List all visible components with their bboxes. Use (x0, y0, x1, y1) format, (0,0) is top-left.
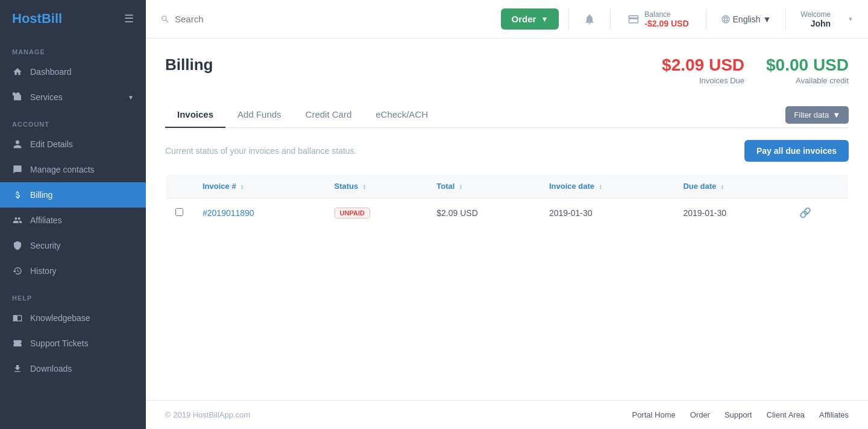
hamburger-icon[interactable]: ☰ (124, 12, 134, 25)
sidebar-item-label: History (30, 266, 57, 276)
table-header-status[interactable]: Status ↕ (325, 174, 427, 199)
row-checkbox[interactable] (175, 208, 183, 216)
table-header-total[interactable]: Total ↕ (427, 174, 539, 199)
notifications-button[interactable] (579, 11, 600, 28)
sidebar-item-billing[interactable]: Billing (0, 182, 146, 208)
balance-label: Balance (644, 10, 688, 19)
sidebar-item-label: Manage contacts (30, 165, 95, 174)
tab-credit-card[interactable]: Credit Card (294, 102, 364, 128)
topbar-divider-2 (610, 8, 611, 30)
available-credit-label: Available credit (766, 76, 849, 85)
tab-add-funds-label: Add Funds (237, 109, 281, 119)
group-icon (12, 215, 23, 226)
row-status: UNPAID (325, 199, 427, 227)
topbar-divider-4 (785, 8, 786, 30)
row-checkbox-cell (166, 199, 193, 227)
row-total: $2.09 USD (427, 199, 539, 227)
table-header-invoice-num[interactable]: Invoice # ↕ (193, 174, 325, 199)
sort-arrows-due-date: ↕ (721, 183, 724, 190)
sidebar-item-downloads[interactable]: Downloads (0, 356, 146, 381)
manage-section-label: MANAGE (0, 37, 146, 59)
available-credit-summary: $0.00 USD Available credit (766, 56, 849, 85)
sidebar-item-knowledgebase[interactable]: Knowledgebase (0, 305, 146, 331)
person-icon (12, 139, 23, 150)
row-due-date: 2019-01-30 (673, 199, 790, 227)
invoices-due-summary: $2.09 USD Invoices Due (662, 56, 744, 85)
footer-link-affiliates[interactable]: Affiliates (819, 410, 849, 419)
sidebar-item-dashboard[interactable]: Dashboard (0, 59, 146, 84)
ticket-icon (12, 338, 23, 349)
welcome-chevron-icon: ▼ (848, 16, 854, 22)
sidebar-item-label: Downloads (30, 364, 72, 373)
available-credit-amount: $0.00 USD (766, 56, 849, 75)
sidebar-item-history[interactable]: History (0, 258, 146, 284)
footer-links: Portal Home Order Support Client Area Af… (632, 410, 849, 419)
sort-arrows-invoice: ↕ (241, 183, 244, 190)
footer-link-support[interactable]: Support (725, 410, 752, 419)
sort-arrows-invoice-date: ↕ (599, 183, 602, 190)
chevron-down-icon: ▼ (128, 94, 134, 101)
sidebar-item-affiliates[interactable]: Affiliates (0, 208, 146, 233)
sidebar-item-security[interactable]: Security (0, 233, 146, 258)
footer: © 2019 HostBillApp.com Portal Home Order… (146, 400, 868, 429)
main-area: Order ▼ Balance -$2.09 USD English ▼ Wel… (146, 0, 868, 429)
table-row: #2019011890 UNPAID $2.09 USD 2019-01-30 … (166, 199, 849, 227)
sidebar-item-edit-details[interactable]: Edit Details (0, 132, 146, 157)
chain-link-icon[interactable]: 🔗 (799, 208, 811, 218)
footer-link-portal-home[interactable]: Portal Home (632, 410, 675, 419)
sidebar-item-label: Services (30, 92, 63, 102)
page-header: Billing $2.09 USD Invoices Due $0.00 USD… (165, 56, 849, 85)
invoice-info-row: Current status of your invoices and ball… (165, 140, 849, 162)
brand-name-part2: Bill (42, 11, 62, 26)
order-button[interactable]: Order ▼ (501, 8, 559, 30)
pay-all-button-label: Pay all due invoices (756, 146, 837, 156)
sidebar-item-manage-contacts[interactable]: Manage contacts (0, 157, 146, 182)
search-area (160, 14, 491, 25)
tab-echeck[interactable]: eCheck/ACH (363, 102, 440, 128)
billing-summary: $2.09 USD Invoices Due $0.00 USD Availab… (662, 56, 849, 85)
balance-icon (627, 13, 640, 25)
balance-amount: -$2.09 USD (644, 19, 688, 28)
filter-data-button[interactable]: Filter data ▼ (785, 106, 849, 124)
invoice-link[interactable]: #2019011890 (203, 208, 254, 218)
footer-link-order[interactable]: Order (690, 410, 710, 419)
table-header-actions (790, 174, 849, 199)
invoices-due-label: Invoices Due (662, 76, 744, 85)
tab-invoices[interactable]: Invoices (165, 102, 225, 128)
dollar-icon (12, 189, 23, 200)
pay-all-button[interactable]: Pay all due invoices (744, 140, 849, 162)
shield-icon (12, 240, 23, 251)
sidebar-item-label: Affiliates (30, 215, 62, 225)
invoice-info-text: Current status of your invoices and ball… (165, 146, 357, 156)
history-icon (12, 265, 23, 276)
book-icon (12, 313, 23, 323)
table-header-due-date[interactable]: Due date ↕ (673, 174, 790, 199)
sidebar-item-services[interactable]: Services ▼ (0, 84, 146, 110)
sidebar-item-label: Security (30, 241, 61, 250)
sidebar-item-label: Support Tickets (30, 338, 89, 348)
row-invoice-date: 2019-01-30 (539, 199, 673, 227)
order-dropdown-arrow: ▼ (541, 15, 548, 24)
tab-credit-card-label: Credit Card (306, 109, 352, 119)
page-title: Billing (165, 56, 213, 74)
footer-copyright: © 2019 HostBillApp.com (165, 410, 250, 419)
footer-link-client-area[interactable]: Client Area (767, 410, 805, 419)
sidebar: HostBill ☰ MANAGE Dashboard Services ▼ A… (0, 0, 146, 429)
tabs-bar: Invoices Add Funds Credit Card eCheck/AC… (165, 102, 849, 128)
sidebar-item-label: Billing (30, 190, 52, 200)
search-input[interactable] (175, 14, 491, 24)
help-section-label: HELP (0, 284, 146, 305)
sidebar-item-support-tickets[interactable]: Support Tickets (0, 331, 146, 356)
download-icon (12, 363, 23, 374)
table-header-invoice-date[interactable]: Invoice date ↕ (539, 174, 673, 199)
sort-arrows-status: ↕ (363, 183, 366, 190)
filter-chevron-icon: ▼ (832, 110, 840, 119)
language-chevron-icon: ▼ (763, 14, 771, 24)
sidebar-item-label: Edit Details (30, 139, 73, 149)
language-label: English (733, 14, 761, 24)
language-selector[interactable]: English ▼ (716, 14, 776, 24)
row-action-link: 🔗 (790, 199, 849, 227)
welcome-section[interactable]: Welcome John (796, 10, 835, 28)
home-icon (12, 66, 23, 77)
tab-add-funds[interactable]: Add Funds (225, 102, 294, 128)
